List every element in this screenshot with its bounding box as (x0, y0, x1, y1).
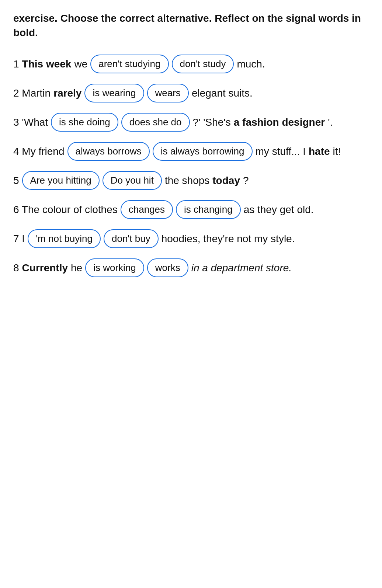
plain-text: elegant suits. (192, 84, 253, 102)
plain-text: ?' 'She's (193, 113, 231, 132)
exercise-item-8: 8 Currently he is workingworks in a depa… (13, 258, 369, 277)
plain-text: it! (333, 142, 341, 161)
bold-text: rarely (53, 84, 81, 102)
option-btn-6-1[interactable]: changes (121, 200, 173, 219)
option-btn-4-1[interactable]: always borrows (67, 142, 150, 161)
plain-text: 1 (13, 55, 19, 73)
exercise-container: 1 This week we aren't studyingdon't stud… (13, 55, 369, 277)
plain-text: hoodies, they're not my style. (162, 230, 295, 248)
plain-text: 8 (13, 259, 19, 277)
plain-text: much. (237, 55, 265, 73)
intro-text: exercise. Choose the correct alternative… (13, 11, 369, 40)
exercise-item-5: 5 Are you hittingDo you hit the shops to… (13, 171, 369, 190)
bold-text: Currently (22, 259, 68, 277)
option-btn-7-2[interactable]: don't buy (104, 229, 159, 248)
option-btn-6-2[interactable]: is changing (176, 200, 241, 219)
option-btn-2-3[interactable]: wears (147, 84, 189, 102)
option-btn-4-2[interactable]: is always borrowing (153, 142, 253, 161)
option-btn-2-2[interactable]: is wearing (84, 84, 144, 102)
plain-text: he (71, 259, 82, 277)
plain-text: ? (243, 171, 249, 190)
bold-text: a fashion designer (234, 113, 325, 132)
plain-text: we (74, 55, 87, 73)
plain-text: as they get old. (244, 201, 314, 219)
option-btn-1-4[interactable]: don't study (172, 55, 234, 73)
plain-text: my stuff... I (256, 142, 306, 161)
bold-text: today (212, 171, 240, 190)
exercise-item-6: 6 The colour of clothes changesis changi… (13, 200, 369, 219)
option-btn-1-3[interactable]: aren't studying (90, 55, 169, 73)
plain-text: 7 I (13, 230, 25, 248)
plain-text: the shops (165, 171, 209, 190)
plain-text: 4 My friend (13, 142, 65, 161)
option-btn-8-4[interactable]: works (147, 258, 188, 277)
italic-text: in a department store. (191, 259, 292, 277)
exercise-item-1: 1 This week we aren't studyingdon't stud… (13, 55, 369, 73)
plain-text: 3 'What (13, 113, 48, 132)
plain-text: 5 (13, 171, 19, 190)
option-btn-5-1[interactable]: Are you hitting (22, 171, 100, 190)
option-btn-3-2[interactable]: does she do (121, 113, 190, 132)
exercise-item-4: 4 My friend always borrowsis always borr… (13, 142, 369, 161)
exercise-item-3: 3 'What is she doingdoes she do ?' 'She'… (13, 113, 369, 132)
option-btn-5-2[interactable]: Do you hit (103, 171, 162, 190)
bold-text: This week (22, 55, 72, 73)
option-btn-8-3[interactable]: is working (85, 258, 144, 277)
option-btn-7-1[interactable]: 'm not buying (28, 229, 101, 248)
exercise-item-7: 7 I 'm not buyingdon't buy hoodies, they… (13, 229, 369, 248)
plain-text: 6 The colour of clothes (13, 201, 118, 219)
plain-text: 2 Martin (13, 84, 51, 102)
bold-text: hate (309, 142, 330, 161)
exercise-item-2: 2 Martin rarelyis wearingwears elegant s… (13, 84, 369, 102)
option-btn-3-1[interactable]: is she doing (51, 113, 118, 132)
plain-text: '. (328, 113, 333, 132)
